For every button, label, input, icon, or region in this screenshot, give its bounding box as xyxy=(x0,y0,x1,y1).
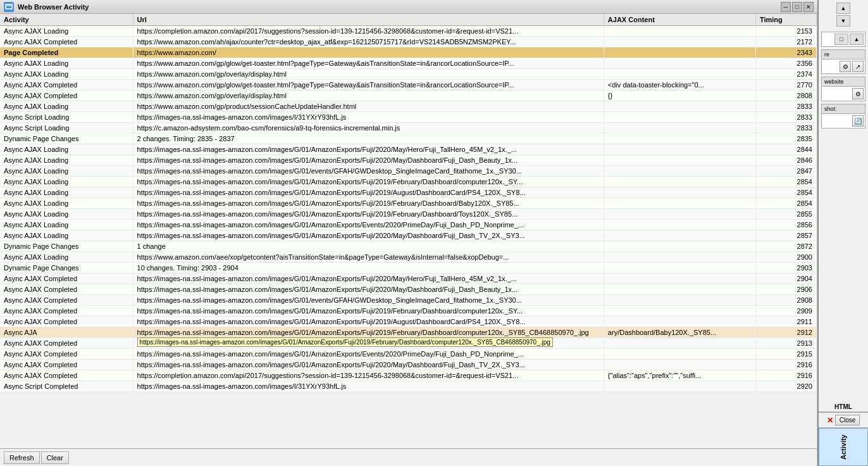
table-row[interactable]: Async AJAX Completedhttps://images-na.ss… xyxy=(0,317,817,327)
table-row[interactable]: Async AJAX Completedhttps://www.amazon.c… xyxy=(0,80,817,91)
table-row[interactable]: Async AJAX Completedhttps://www.amazon.c… xyxy=(0,37,817,47)
table-row[interactable]: Async AJAX Loadinghttps://images-na.ssl-… xyxy=(0,220,817,230)
side-box-1-row: □ ▲ xyxy=(822,32,865,46)
cell-ajax xyxy=(604,306,755,317)
cell-activity: Async AJAX Loading xyxy=(0,101,133,112)
close-x-icon: ✕ xyxy=(827,416,833,425)
cell-timing: 2854 xyxy=(755,187,816,198)
cell-timing: 2153 xyxy=(755,26,816,37)
cell-timing: 2903 xyxy=(755,263,816,274)
close-button[interactable]: Close xyxy=(835,415,860,425)
cell-activity: Async AJAX Completed xyxy=(0,80,133,91)
cell-timing: 2343 xyxy=(755,47,816,58)
table-row[interactable]: Async AJAX Completedhttps://www.amazon.c… xyxy=(0,91,817,101)
cell-timing: 2904 xyxy=(755,274,816,284)
table-row[interactable]: Async AJAX Completedhttps://images-na.ss… xyxy=(0,284,817,295)
cell-activity: Async AJAX Completed xyxy=(0,317,133,327)
table-row[interactable]: Dynamic Page Changes1 change2872 xyxy=(0,241,817,252)
table-row[interactable]: Async AJAX Loadinghttps://images-na.ssl-… xyxy=(0,230,817,241)
side-box-1-btn2[interactable]: ▲ xyxy=(850,34,864,45)
table-row[interactable]: Async AJAX Completedhttps://images-na.ss… xyxy=(0,360,817,370)
table-row[interactable]: Async AJAX Loadinghttps://www.amazon.com… xyxy=(0,58,817,69)
table-row[interactable]: Async AJAX Loadinghttps://www.amazon.com… xyxy=(0,101,817,112)
table-row[interactable]: Async AJAX Loadinghttps://images-na.ssl-… xyxy=(0,198,817,209)
bottom-bar: Refresh Clear xyxy=(0,448,817,466)
minimize-button[interactable]: ─ xyxy=(781,2,791,12)
cell-timing: 2920 xyxy=(755,381,816,392)
cell-ajax xyxy=(604,317,755,327)
table-row[interactable]: Async AJAX Completedhttps://images-na.ss… xyxy=(0,306,817,317)
table-row[interactable]: Async AJAX Completedhttps://images-na.ss… xyxy=(0,295,817,306)
cell-ajax xyxy=(604,123,755,134)
nav-arrows: ▲ ▼ xyxy=(819,0,868,29)
cell-timing: 2854 xyxy=(755,177,816,187)
cell-url: https://images-na.ssl-images-amazon.com/… xyxy=(133,381,604,392)
cell-url: https://www.amazon.com/aee/xop/getconten… xyxy=(133,252,604,263)
table-row[interactable]: Async AJAX Loadinghttps://completion.ama… xyxy=(0,26,817,37)
refresh-button[interactable]: Refresh xyxy=(4,451,40,464)
side-box-re-settings[interactable]: ⚙ xyxy=(840,61,851,72)
table-row[interactable]: Page Completedhttps://www.amazon.com/234… xyxy=(0,47,817,58)
activity-table-container: Activity Url AJAX Content Timing Async A… xyxy=(0,14,817,448)
table-row[interactable]: Async AJAX Completedhttps://images-na.ss… xyxy=(0,349,817,360)
cell-url: https://images-na.ssl-images-amazon.com/… xyxy=(133,274,604,284)
window-title: Web Browser Activity xyxy=(18,3,777,11)
table-row[interactable]: Async AJAX Loadinghttps://images-na.ssl-… xyxy=(0,177,817,187)
side-box-shot-btn[interactable]: 🔄 xyxy=(852,115,864,127)
cell-url: https://www.amazon.com/gp/glow/get-toast… xyxy=(133,80,604,91)
side-panel: ▲ ▼ □ ▲ re ⚙ ↗ xyxy=(817,0,868,466)
cell-timing: 2847 xyxy=(755,166,816,177)
cell-timing: 2857 xyxy=(755,230,816,241)
cell-activity: Async AJAX Completed xyxy=(0,338,133,349)
nav-down-button[interactable]: ▼ xyxy=(836,15,850,27)
clear-button[interactable]: Clear xyxy=(41,451,69,464)
cell-ajax xyxy=(604,349,755,360)
cell-activity: Async AJAX Loading xyxy=(0,252,133,263)
cell-url: 1 change xyxy=(133,241,604,252)
table-row[interactable]: Async AJAX Loadinghttps://images-na.ssl-… xyxy=(0,166,817,177)
cell-activity: Async AJAX Completed xyxy=(0,284,133,295)
side-box-1-btn1[interactable]: □ xyxy=(834,34,848,45)
table-row[interactable]: Async AJAX Completedhttps://images-na.ss… xyxy=(0,274,817,284)
cell-activity: Async AJAX Loading xyxy=(0,69,133,80)
cell-url: https://www.amazon.com/gp/overlay/displa… xyxy=(133,69,604,80)
table-row[interactable]: Dynamic Page Changes10 changes. Timing: … xyxy=(0,263,817,274)
side-sections: □ ▲ re ⚙ ↗ website ⚙ xyxy=(819,29,868,131)
close-row: ✕ Close xyxy=(819,412,868,428)
nav-up-button[interactable]: ▲ xyxy=(836,3,850,14)
window-icon xyxy=(4,2,14,12)
table-row[interactable]: Async AJAhttps://images-na.ssl-images-am… xyxy=(0,327,817,338)
cell-activity: Async Script Loading xyxy=(0,112,133,123)
side-box-website-btn[interactable]: ⚙ xyxy=(852,88,864,99)
side-box-re-link[interactable]: ↗ xyxy=(852,61,864,72)
cell-activity: Async AJAX Loading xyxy=(0,144,133,155)
cell-activity: Async AJAX Loading xyxy=(0,177,133,187)
table-row[interactable]: Async AJAX Loadinghttps://www.amazon.com… xyxy=(0,69,817,80)
cell-activity: Async AJAX Completed xyxy=(0,91,133,101)
table-row[interactable]: Async AJAX Loadinghttps://images-na.ssl-… xyxy=(0,144,817,155)
cell-activity: Async AJAX Loading xyxy=(0,166,133,177)
table-row[interactable]: Async AJAX Completedhttps://completion.a… xyxy=(0,370,817,381)
maximize-button[interactable]: □ xyxy=(792,2,802,12)
table-row[interactable]: Dynamic Page Changes2 changes. Timing: 2… xyxy=(0,134,817,144)
cell-url: https://images-na.ssl-images-amazon.com/… xyxy=(133,198,604,209)
table-row[interactable]: Async AJAX Loadinghttps://images-na.ssl-… xyxy=(0,209,817,220)
cell-ajax xyxy=(604,144,755,155)
cell-ajax xyxy=(604,338,755,349)
col-header-timing: Timing xyxy=(755,14,816,26)
table-row[interactable]: Async Script Loadinghttps://images-na.ss… xyxy=(0,112,817,123)
activity-tab[interactable]: Activity xyxy=(819,428,868,466)
table-row[interactable]: Async AJAX Loadinghttps://images-na.ssl-… xyxy=(0,187,817,198)
cell-timing: 2916 xyxy=(755,370,816,381)
table-row[interactable]: Async AJAX Loadinghttps://images-na.ssl-… xyxy=(0,155,817,166)
col-header-ajax: AJAX Content xyxy=(604,14,755,26)
table-row[interactable]: Async Script Loadinghttps://c.amazon-ads… xyxy=(0,123,817,134)
svg-rect-0 xyxy=(6,4,12,9)
table-row[interactable]: Async Script Completedhttps://images-na.… xyxy=(0,381,817,392)
html-label: HTML xyxy=(819,402,868,412)
table-row[interactable]: Async AJAX Loadinghttps://www.amazon.com… xyxy=(0,252,817,263)
close-window-button[interactable]: ✕ xyxy=(803,2,814,12)
cell-activity: Async Script Loading xyxy=(0,123,133,134)
cell-ajax xyxy=(604,198,755,209)
side-panel-top: ▲ ▼ □ ▲ re ⚙ ↗ xyxy=(819,0,868,402)
